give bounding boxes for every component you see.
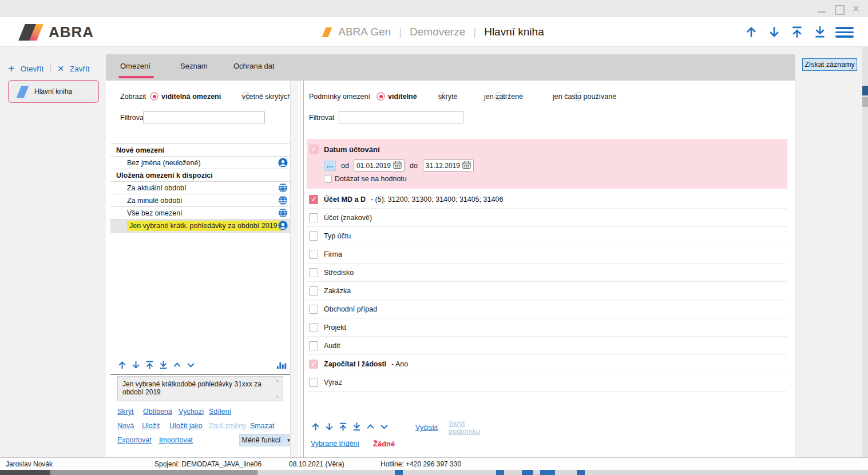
close-book-button[interactable]: Zavřít [70, 65, 90, 73]
restrictions-list: Nové omezení Bez jména (neuložené) Ulože… [110, 143, 292, 233]
condition-vyraz[interactable]: Výraz [307, 373, 787, 392]
user-icon [278, 158, 288, 169]
ask-for-value-option[interactable]: Dotázat se na hodnotu [324, 175, 407, 183]
move-to-top-icon[interactable] [338, 422, 348, 433]
status-user: Jaroslav Novák [6, 460, 53, 468]
move-to-top-icon[interactable] [790, 25, 804, 39]
selected-sorting-link[interactable]: Vybrané třídění [311, 440, 359, 448]
condition-firma[interactable]: Firma [307, 245, 787, 264]
radio-conditions-visible[interactable] [376, 92, 385, 101]
window-minimize-button[interactable] [817, 4, 827, 14]
sharing-link[interactable]: Sdílení [209, 408, 231, 416]
import-link[interactable]: Importovat [159, 436, 193, 444]
window-close-button[interactable]: ✕ [851, 4, 861, 14]
open-book-button[interactable]: Otevřít [21, 65, 44, 73]
save-link[interactable]: Uložit [142, 422, 160, 430]
clear-link[interactable]: Vyčistit [415, 424, 438, 432]
move-to-bottom-icon[interactable] [158, 360, 168, 370]
radio-conditions-frequent-label[interactable]: jen často používané [553, 91, 616, 102]
description-scrollbar[interactable]: ▲ ▼ [274, 378, 282, 400]
panel-splitter[interactable] [300, 81, 304, 457]
condition-ucet-md-a-d[interactable]: Účet MD a D - (5): 31200; 31300; 31400; … [307, 190, 787, 209]
calendar-icon[interactable] [393, 161, 402, 171]
restrictions-scrollbar[interactable] [290, 81, 298, 457]
move-up-icon[interactable] [311, 422, 320, 433]
chevron-up-icon[interactable] [172, 360, 182, 370]
list-item-no-restriction[interactable]: Vše bez omezení [110, 207, 292, 219]
move-up-icon[interactable] [117, 360, 127, 370]
radio-conditions-hidden-label[interactable]: skryté [438, 91, 457, 102]
chevron-down-icon[interactable] [379, 422, 389, 433]
move-down-icon[interactable] [131, 360, 141, 370]
move-to-bottom-icon[interactable] [352, 422, 362, 433]
date-more-options-button[interactable]: … [324, 161, 336, 171]
condition-projekt[interactable]: Projekt [307, 318, 787, 337]
date-condition-checkbox[interactable] [309, 145, 319, 154]
app-name: ABRA Gen [338, 26, 391, 38]
tab-seznam[interactable]: Seznam [180, 62, 208, 70]
restrictions-filter-input[interactable] [143, 111, 265, 123]
list-item-current-period[interactable]: Za aktuální období [110, 182, 292, 194]
condition-value: - Ano [391, 360, 408, 368]
condition-obchodni-pripad[interactable]: Obchodní případ [307, 300, 787, 318]
condition-ucet-znakove[interactable]: Účet (znakově) [307, 209, 787, 227]
radio-including-hidden-label[interactable]: včetně skrytých [242, 91, 291, 102]
more-functions-button[interactable]: Méně funkcí ▼ [239, 434, 294, 446]
condition-checkbox[interactable] [309, 323, 318, 332]
condition-checkbox[interactable] [309, 213, 318, 222]
move-to-bottom-icon[interactable] [812, 25, 827, 39]
move-down-icon[interactable] [324, 422, 334, 433]
condition-checkbox[interactable] [309, 341, 318, 350]
condition-checkbox[interactable] [309, 360, 318, 369]
chevron-up-icon[interactable] [366, 422, 375, 433]
restriction-order-toolbar [110, 358, 292, 372]
condition-checkbox[interactable] [309, 231, 318, 241]
condition-checkbox[interactable] [309, 305, 318, 314]
window-maximize-button[interactable] [834, 4, 844, 14]
delete-link[interactable]: Smazat [250, 422, 274, 430]
list-item-unsaved[interactable]: Bez jména (neuložené) [110, 157, 292, 169]
condition-stredisko[interactable]: Středisko [307, 264, 787, 282]
date-from-input[interactable]: 01.01.2019 [354, 159, 405, 171]
export-link[interactable]: Exportovat [117, 436, 152, 444]
condition-checkbox[interactable] [309, 378, 318, 387]
condition-checkbox[interactable] [309, 286, 318, 296]
move-up-icon[interactable] [744, 25, 759, 39]
sidebar-item-hlavni-kniha[interactable]: Hlavní kniha [8, 80, 99, 103]
favorite-link[interactable]: Oblíbená [143, 408, 172, 416]
restriction-description-box[interactable]: Jen vybrané krátkodobé pohledávky 31xxx … [117, 376, 283, 401]
move-to-top-icon[interactable] [145, 360, 154, 370]
condition-checkbox[interactable] [309, 195, 318, 204]
tab-ochrana-dat[interactable]: Ochrana dat [233, 62, 275, 70]
condition-checkbox[interactable] [309, 268, 318, 277]
menu-icon[interactable] [835, 26, 854, 38]
condition-zakazka[interactable]: Zakázka [307, 282, 787, 300]
date-to-input[interactable]: 31.12.2019 [423, 159, 474, 171]
move-down-icon[interactable] [767, 25, 782, 39]
scroll-down-icon[interactable]: ▼ [275, 394, 280, 400]
condition-audit[interactable]: Audit [307, 337, 787, 355]
new-link[interactable]: Nová [117, 422, 134, 430]
radio-conditions-visible-label[interactable]: viditelné [388, 91, 417, 102]
calendar-icon[interactable] [462, 161, 471, 171]
ask-for-value-checkbox[interactable] [324, 175, 332, 183]
radio-visible-restrictions-label[interactable]: viditelná omezení [161, 91, 221, 102]
condition-zapocitat-i-zadosti[interactable]: Započítat i žádosti - Ano [307, 355, 787, 373]
conditions-filter-input[interactable] [339, 111, 463, 123]
save-as-link[interactable]: Uložit jako [169, 422, 203, 430]
condition-checkbox[interactable] [309, 250, 318, 259]
page-title: Hlavní kniha [484, 26, 544, 38]
condition-typ-uctu[interactable]: Typ účtu [307, 227, 787, 245]
radio-visible-restrictions[interactable] [150, 92, 158, 101]
list-item-previous-period[interactable]: Za minulé období [110, 194, 292, 207]
scroll-up-icon[interactable]: ▲ [275, 378, 280, 383]
default-link[interactable]: Výchozí [179, 408, 204, 416]
bar-chart-icon[interactable] [276, 360, 287, 370]
tab-omezeni[interactable]: Omezení [120, 62, 150, 70]
radio-conditions-checked-only-label[interactable]: jen zatržené [484, 91, 523, 102]
hide-link[interactable]: Skrýt [117, 408, 133, 416]
screen-edge-strip [862, 47, 868, 457]
get-records-button[interactable]: Získat záznamy [802, 58, 857, 71]
list-item-selected-2019[interactable]: Jen vybrané krátk. pohledávky za období … [110, 219, 292, 233]
chevron-down-icon[interactable] [186, 360, 196, 370]
